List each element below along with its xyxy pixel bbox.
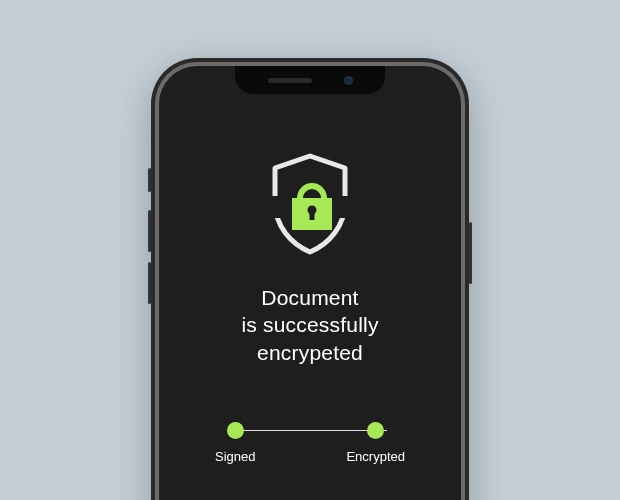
headline-line-1: Document (241, 284, 378, 311)
front-camera (344, 76, 353, 85)
speaker-grille (268, 78, 312, 83)
phone-screen: Document is successfully encrypeted Sign… (159, 66, 461, 500)
phone-frame: Document is successfully encrypeted Sign… (151, 58, 469, 500)
headline-line-3: encrypeted (241, 339, 378, 366)
volume-down-button (148, 262, 151, 304)
shield-lock-icon (265, 152, 355, 256)
mute-switch (148, 168, 151, 192)
step-dot-icon (227, 422, 244, 439)
step-encrypted: Encrypted (346, 422, 405, 464)
headline-line-2: is successfully (241, 311, 378, 338)
step-signed: Signed (215, 422, 255, 464)
step-dot-icon (367, 422, 384, 439)
progress-steps: Signed Encrypted (215, 422, 405, 464)
step-label: Signed (215, 449, 255, 464)
step-label: Encrypted (346, 449, 405, 464)
svg-rect-3 (310, 210, 315, 220)
volume-up-button (148, 210, 151, 252)
status-panel: Document is successfully encrypeted Sign… (159, 152, 461, 464)
power-button (469, 222, 472, 284)
notch (235, 66, 385, 94)
status-headline: Document is successfully encrypeted (241, 284, 378, 366)
